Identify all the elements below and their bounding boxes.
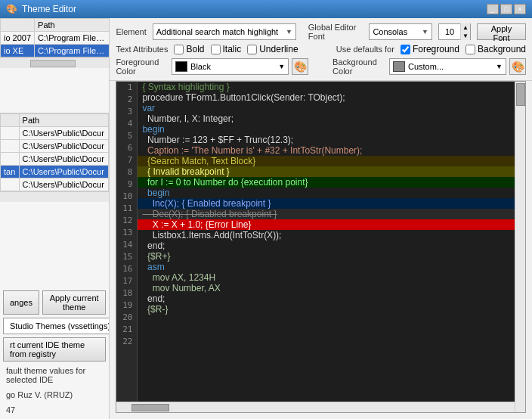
fg-color-swatch (175, 61, 187, 72)
code-lines[interactable]: { Syntax highlighting } procedure TForm1… (138, 82, 515, 412)
fg-color-select[interactable]: Black ▼ (172, 58, 289, 75)
list-item: {$R-} (138, 304, 515, 315)
table-row[interactable]: C:\Users\Public\Docur (1, 153, 109, 166)
underline-checkbox-group: Underline (247, 44, 298, 54)
apply-font-button[interactable]: Apply Font (477, 23, 526, 40)
font-size-down[interactable]: ▼ (461, 32, 470, 40)
maximize-button[interactable]: □ (500, 4, 512, 14)
font-select-wrapper[interactable]: Consolas ▼ (369, 23, 432, 40)
list-item: asm (138, 262, 515, 272)
fg-color-value: Black (190, 62, 275, 71)
col-name2-header (1, 114, 20, 127)
background-label: Background (478, 44, 526, 54)
list-item: mov AX, 1234H (138, 272, 515, 283)
table-row[interactable]: io XE C:\Program Files (x86)\En (1, 45, 110, 57)
table-row[interactable]: C:\Users\Public\Docur (1, 178, 109, 191)
changes-row: anges Apply current theme (3, 290, 106, 315)
font-size-spinners: ▲ ▼ (460, 23, 470, 40)
list-item: mov Number, AX (138, 283, 515, 293)
use-defaults-label: Use defaults for (336, 45, 394, 54)
font-size-input[interactable] (439, 27, 460, 36)
foreground-color-label: Foreground Color (116, 57, 159, 76)
bg-color-select[interactable]: Custom... ▼ (389, 58, 506, 75)
element-select-wrapper[interactable]: Additional search match highlight ▼ (153, 23, 296, 40)
list-item: {$R+} (138, 251, 515, 262)
list-item: end; (138, 293, 515, 304)
table-row[interactable]: tan C:\Users\Public\Docur (1, 166, 109, 178)
version-text: go Ruz V. (RRUZ) (3, 389, 106, 401)
right-panel: Element Additional search match highligh… (110, 18, 532, 419)
scrollbar-vertical[interactable] (515, 82, 525, 412)
list-item: Number, I, X: Integer; (138, 113, 515, 124)
line-number: 17 (121, 275, 132, 287)
scrollbar-horizontal-editor[interactable] (116, 402, 515, 412)
bottom-table: Path C:\Users\Public\Docur C:\Users\Publ… (0, 113, 109, 191)
underline-checkbox[interactable] (247, 45, 257, 54)
foreground-checkbox[interactable] (401, 45, 410, 54)
row-name: io 2007 (1, 32, 35, 45)
row-path: C:\Users\Public\Docur (19, 153, 109, 166)
right-top-controls: Element Additional search match highligh… (110, 18, 532, 81)
studio-themes-dropdown[interactable]: Studio Themes (vssettings) (3, 318, 110, 334)
italic-checkbox[interactable] (211, 45, 221, 54)
row-name (1, 153, 20, 166)
line-number: 7 (121, 154, 132, 166)
element-label: Element (116, 27, 146, 36)
text-attrs-label: Text Attributes (116, 45, 168, 54)
bg-color-picker-button[interactable]: 🎨 (509, 58, 526, 75)
changes-button[interactable]: anges (3, 290, 39, 315)
list-item: Dec(X); { Disabled breakpoint } (138, 209, 515, 219)
studio-themes-row: Studio Themes (vssettings) > (3, 318, 106, 334)
list-item: var (138, 103, 515, 113)
left-controls: anges Apply current theme Studio Themes … (0, 287, 109, 419)
text-attrs-row: Text Attributes Bold Italic Underline (116, 44, 526, 54)
table-row[interactable]: C:\Users\Public\Docur (1, 127, 109, 140)
line-number: 11 (121, 203, 132, 215)
bold-checkbox[interactable] (174, 45, 184, 54)
font-size-up[interactable]: ▲ (461, 23, 470, 32)
line-number: 13 (121, 227, 132, 239)
row-name (1, 140, 20, 153)
line-number: 2 (121, 94, 132, 106)
list-item: { Syntax highlighting } (138, 82, 515, 92)
font-dropdown-arrow: ▼ (422, 28, 428, 36)
row-path: C:\Program Files (x86)\Co (35, 32, 110, 45)
table-row[interactable]: io 2007 C:\Program Files (x86)\Co (1, 32, 110, 45)
line-numbers: 1 2 3 4 5 6 7 8 9 10 11 12 13 14 15 16 1 (116, 82, 138, 412)
title-bar: 🎨 Theme Editor _ □ × (0, 0, 532, 18)
line-number: 3 (121, 106, 132, 118)
line-number: 6 (121, 142, 132, 154)
fg-color-picker-button[interactable]: 🎨 (292, 58, 308, 75)
close-button[interactable]: × (514, 4, 526, 14)
table-row[interactable]: C:\Users\Public\Docur (1, 140, 109, 153)
element-dropdown-arrow: ▼ (286, 28, 292, 36)
apply-current-theme-button[interactable]: Apply current theme (42, 290, 106, 315)
foreground-checkbox-group: Foreground (401, 44, 459, 54)
export-button[interactable]: rt current IDE theme from registry (3, 337, 106, 362)
background-checkbox[interactable] (466, 45, 475, 54)
line-number: 21 (121, 324, 132, 336)
list-item: Caption := 'The Number is' + #32 + IntTo… (138, 145, 515, 156)
row-name (1, 178, 20, 191)
list-item: begin (138, 188, 515, 198)
line-number: 9 (121, 178, 132, 191)
italic-checkbox-group: Italic (211, 44, 242, 54)
line-number: 14 (121, 239, 132, 251)
title-bar-text: Theme Editor (22, 4, 76, 14)
line-number: 10 (121, 191, 132, 203)
scrollbar-horizontal-bottom[interactable] (0, 191, 109, 202)
bg-color-value: Custom... (408, 62, 493, 71)
list-item: X := X + 1.0; {Error Line} (138, 219, 515, 230)
font-value: Consolas (373, 27, 419, 36)
col-name-header (1, 19, 35, 32)
row-name: tan (1, 166, 20, 178)
line-number: 8 (121, 166, 132, 178)
title-bar-buttons[interactable]: _ □ × (487, 4, 526, 14)
row-name: io XE (1, 45, 35, 57)
export-button-label: rt current IDE theme from registry (10, 340, 85, 358)
row-path: C:\Users\Public\Docur (19, 166, 109, 178)
window-body: Path io 2007 C:\Program Files (x86)\Co i… (0, 18, 532, 419)
scrollbar-horizontal-top[interactable] (0, 57, 109, 68)
minimize-button[interactable]: _ (487, 4, 499, 14)
row-path: C:\Users\Public\Docur (19, 140, 109, 153)
